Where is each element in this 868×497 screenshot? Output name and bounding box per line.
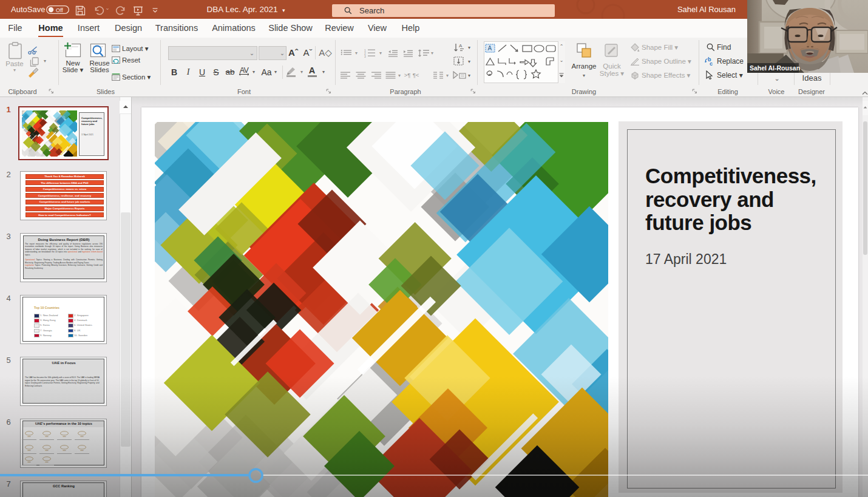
svg-text:A: A (459, 43, 463, 49)
svg-text:c: c (710, 61, 713, 66)
svg-text:A: A (488, 45, 492, 52)
svg-text:3: 3 (364, 55, 366, 58)
svg-text:Off: Off (56, 7, 63, 13)
